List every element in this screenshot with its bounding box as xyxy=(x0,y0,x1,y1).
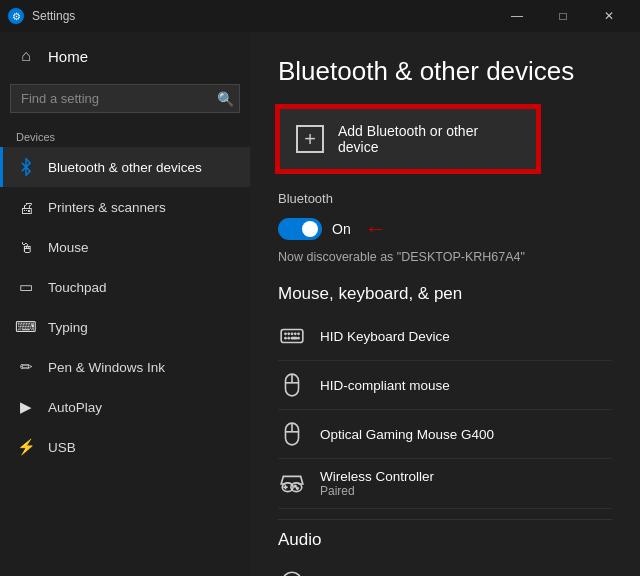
device-logitech-headset[interactable]: Logitech G933 Gaming Wireless Headset xyxy=(278,558,612,576)
sidebar-item-pen[interactable]: ✏ Pen & Windows Ink xyxy=(0,347,250,387)
mouse-device-icon xyxy=(278,371,306,399)
app-body: ⌂ Home 🔍 Devices Bluetooth & other devic… xyxy=(0,32,640,576)
sidebar-item-printers[interactable]: 🖨 Printers & scanners xyxy=(0,187,250,227)
page-title: Bluetooth & other devices xyxy=(278,56,612,87)
bluetooth-toggle-row: On ← xyxy=(278,216,612,242)
svg-point-18 xyxy=(294,485,296,487)
wireless-controller-status: Paired xyxy=(320,484,434,498)
window-controls: — □ ✕ xyxy=(494,0,632,32)
wireless-controller-info: Wireless Controller Paired xyxy=(320,469,434,498)
add-device-label: Add Bluetooth or other device xyxy=(338,123,520,155)
wireless-controller-name: Wireless Controller xyxy=(320,469,434,484)
device-hid-mouse[interactable]: HID-compliant mouse xyxy=(278,361,612,410)
usb-icon: ⚡ xyxy=(16,437,36,457)
bluetooth-toggle[interactable] xyxy=(278,218,322,240)
gamepad-icon xyxy=(278,470,306,498)
printer-icon: 🖨 xyxy=(16,197,36,217)
touchpad-label: Touchpad xyxy=(48,280,107,295)
add-device-button[interactable]: + Add Bluetooth or other device xyxy=(278,107,538,171)
home-icon: ⌂ xyxy=(16,46,36,66)
sidebar-item-mouse[interactable]: 🖱 Mouse xyxy=(0,227,250,267)
printers-label: Printers & scanners xyxy=(48,200,166,215)
device-wireless-controller[interactable]: Wireless Controller Paired xyxy=(278,459,612,509)
device-hid-keyboard[interactable]: HID Keyboard Device xyxy=(278,312,612,361)
mouse-icon: 🖱 xyxy=(16,237,36,257)
search-icon[interactable]: 🔍 xyxy=(217,91,234,107)
keyboard-icon xyxy=(278,322,306,350)
typing-label: Typing xyxy=(48,320,88,335)
audio-divider xyxy=(278,519,612,520)
arrow-icon: ← xyxy=(365,216,387,242)
hid-mouse-info: HID-compliant mouse xyxy=(320,378,450,393)
sidebar-item-autoplay[interactable]: ▶ AutoPlay xyxy=(0,387,250,427)
bluetooth-label: Bluetooth & other devices xyxy=(48,160,202,175)
pen-icon: ✏ xyxy=(16,357,36,377)
optical-mouse-name: Optical Gaming Mouse G400 xyxy=(320,427,494,442)
discoverable-text: Now discoverable as "DESKTOP-KRH67A4" xyxy=(278,250,612,264)
bluetooth-icon xyxy=(16,157,36,177)
maximize-button[interactable]: □ xyxy=(540,0,586,32)
titlebar: ⚙ Settings — □ ✕ xyxy=(0,0,640,32)
minimize-button[interactable]: — xyxy=(494,0,540,32)
search-box: 🔍 xyxy=(10,84,240,113)
sidebar-item-usb[interactable]: ⚡ USB xyxy=(0,427,250,467)
mouse-label: Mouse xyxy=(48,240,89,255)
app-icon: ⚙ xyxy=(8,8,24,24)
sidebar-item-touchpad[interactable]: ▭ Touchpad xyxy=(0,267,250,307)
main-content: Bluetooth & other devices + Add Bluetoot… xyxy=(250,32,640,576)
hid-keyboard-name: HID Keyboard Device xyxy=(320,329,450,344)
home-label: Home xyxy=(48,48,88,65)
app-title: Settings xyxy=(32,9,494,23)
audio-section-title: Audio xyxy=(278,530,612,550)
usb-label: USB xyxy=(48,440,76,455)
close-button[interactable]: ✕ xyxy=(586,0,632,32)
device-optical-mouse[interactable]: Optical Gaming Mouse G400 xyxy=(278,410,612,459)
typing-icon: ⌨ xyxy=(16,317,36,337)
hid-keyboard-info: HID Keyboard Device xyxy=(320,329,450,344)
sidebar-item-home[interactable]: ⌂ Home xyxy=(0,32,250,80)
autoplay-icon: ▶ xyxy=(16,397,36,417)
svg-point-19 xyxy=(297,487,299,489)
search-input[interactable] xyxy=(10,84,240,113)
add-plus-icon: + xyxy=(296,125,324,153)
bluetooth-section-label: Bluetooth xyxy=(278,191,612,206)
bluetooth-toggle-label: On xyxy=(332,221,351,237)
autoplay-label: AutoPlay xyxy=(48,400,102,415)
headset-icon xyxy=(278,568,306,576)
touchpad-icon: ▭ xyxy=(16,277,36,297)
pen-label: Pen & Windows Ink xyxy=(48,360,165,375)
sidebar-item-typing[interactable]: ⌨ Typing xyxy=(0,307,250,347)
sidebar-section-label: Devices xyxy=(0,125,250,147)
optical-mouse-icon xyxy=(278,420,306,448)
hid-mouse-name: HID-compliant mouse xyxy=(320,378,450,393)
sidebar: ⌂ Home 🔍 Devices Bluetooth & other devic… xyxy=(0,32,250,576)
toggle-knob xyxy=(302,221,318,237)
svg-rect-0 xyxy=(281,330,303,343)
optical-mouse-info: Optical Gaming Mouse G400 xyxy=(320,427,494,442)
mouse-keyboard-section-title: Mouse, keyboard, & pen xyxy=(278,284,612,304)
sidebar-item-bluetooth[interactable]: Bluetooth & other devices xyxy=(0,147,250,187)
